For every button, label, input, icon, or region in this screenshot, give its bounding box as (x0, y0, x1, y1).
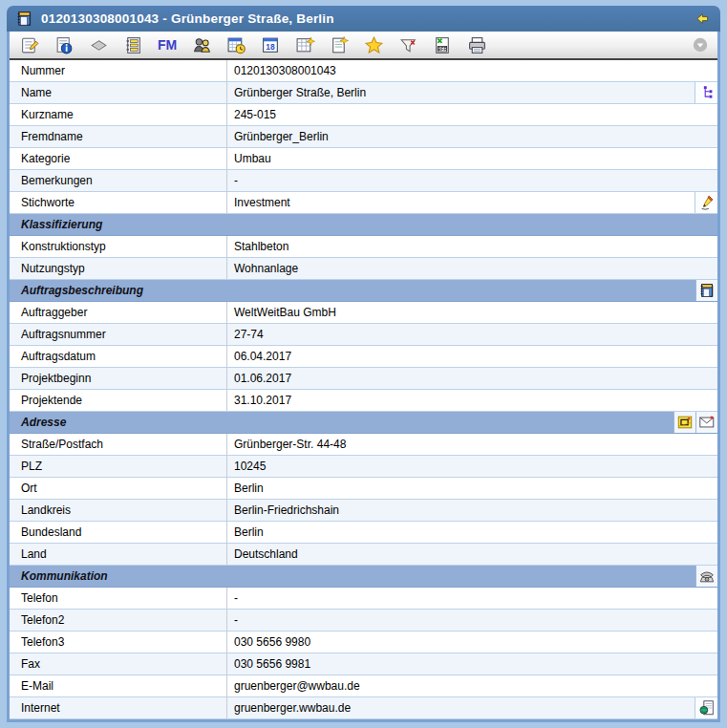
field-value[interactable]: Grünberger-Str. 44-48 (227, 434, 717, 455)
call-button[interactable] (695, 566, 717, 587)
map-icon (676, 414, 694, 431)
field-row-konstruktionstyp: KonstruktionstypStahlbeton (10, 236, 717, 258)
field-value[interactable]: 06.04.2017 (227, 346, 717, 367)
field-value[interactable]: Umbau (227, 148, 717, 169)
notebook-icon (698, 282, 716, 299)
field-label: Projektbeginn (10, 368, 227, 389)
field-value[interactable]: 030 5656 9980 (227, 632, 717, 653)
field-row-nutzungstyp: NutzungstypWohnanlage (10, 258, 717, 280)
field-row-stichworte: StichworteInvestment (10, 192, 717, 214)
tag-button[interactable] (88, 34, 109, 55)
section-header-auftragsbeschreibung: Auftragsbeschreibung (10, 280, 717, 302)
field-value[interactable]: 01.06.2017 (227, 368, 717, 389)
phone-icon (698, 567, 716, 585)
calendar-date-icon (261, 35, 281, 55)
calendar-date-button[interactable] (260, 34, 281, 55)
bfr-export-button[interactable] (432, 34, 453, 55)
field-row-telefon2: Telefon2- (10, 610, 717, 632)
document-plus-icon (330, 35, 350, 55)
people-icon (192, 35, 212, 55)
field-value[interactable]: Wohnanlage (227, 258, 717, 279)
field-label: Konstruktionstyp (10, 236, 227, 257)
edit-keywords-button[interactable] (695, 192, 717, 213)
field-value[interactable]: 0120130308001043 (227, 60, 717, 81)
field-label: Name (10, 82, 227, 103)
order-notebook-button[interactable] (695, 280, 717, 301)
field-value[interactable]: 31.10.2017 (227, 390, 717, 411)
section-title: Kommunikation (21, 569, 108, 583)
new-document-button[interactable] (329, 34, 350, 55)
field-label: Kategorie (10, 148, 227, 169)
contacts-button[interactable] (191, 34, 212, 55)
document-info-icon (54, 35, 75, 55)
field-value[interactable]: Berlin-Friedrichshain (227, 500, 717, 521)
favorites-button[interactable] (363, 34, 384, 55)
field-row-projektende: Projektende31.10.2017 (10, 390, 717, 412)
bfr-document-icon (433, 35, 453, 55)
open-website-button[interactable] (695, 697, 717, 718)
detail-form: Nummer0120130308001043 NameGrünberger St… (10, 60, 717, 719)
field-label: PLZ (10, 456, 227, 477)
field-value[interactable]: gruenberger@wwbau.de (227, 675, 717, 696)
field-value[interactable]: - (227, 588, 717, 609)
section-header-kommunikation: Kommunikation (10, 566, 717, 588)
print-button[interactable] (466, 34, 487, 55)
field-value[interactable]: Deutschland (227, 544, 717, 565)
title-bar: 0120130308001043 - Grünberger Straße, Be… (7, 6, 720, 32)
field-value[interactable]: WeltWeitBau GmbH (227, 302, 717, 323)
field-row-ort: OrtBerlin (10, 478, 717, 500)
field-label: Fax (10, 653, 227, 674)
show-map-button[interactable] (674, 412, 695, 433)
address-letter-button[interactable] (695, 412, 717, 433)
field-row-telefon: Telefon- (10, 588, 717, 610)
field-label: Auftraggeber (10, 302, 227, 323)
chevron-down-circle-icon (692, 36, 709, 54)
field-value[interactable]: Stahlbeton (227, 236, 717, 257)
field-label: Stichworte (10, 192, 227, 213)
fm-module-button[interactable]: FM (157, 34, 178, 55)
field-value[interactable]: Investment (227, 192, 695, 213)
webpage-icon (698, 699, 716, 717)
field-label: Kurzname (10, 104, 227, 125)
field-value[interactable]: 27-74 (227, 324, 717, 345)
fm-text-icon: FM (158, 37, 177, 53)
calendar-clock-button[interactable] (225, 34, 246, 55)
field-label: Fremdname (10, 126, 227, 147)
new-table-button[interactable] (294, 34, 315, 55)
field-value[interactable]: Berlin (227, 522, 717, 543)
back-button[interactable] (693, 11, 712, 28)
field-row-bemerkungen: Bemerkungen- (10, 170, 717, 192)
field-label: Internet (10, 697, 227, 718)
toolbar-overflow-button[interactable] (692, 36, 709, 54)
hierarchy-icon (698, 84, 716, 101)
field-value[interactable]: Grünberger Straße, Berlin (227, 82, 695, 103)
info-button[interactable] (53, 34, 75, 55)
field-value[interactable]: 245-015 (227, 104, 717, 125)
field-row-auftragsdatum: Auftragsdatum06.04.2017 (10, 346, 717, 368)
field-label: Straße/Postfach (10, 434, 227, 455)
toolbar: FM (10, 32, 717, 60)
pencil-icon (698, 194, 716, 211)
field-row-name: NameGrünberger Straße, Berlin (10, 82, 717, 104)
field-value[interactable]: 030 5656 9981 (227, 653, 717, 674)
filter-button[interactable] (397, 34, 418, 55)
section-title: Klassifizierung (21, 218, 102, 231)
field-row-nummer: Nummer0120130308001043 (10, 60, 717, 82)
field-label: Nutzungstyp (10, 258, 227, 279)
table-plus-icon (295, 35, 315, 55)
structure-list-button[interactable] (122, 34, 143, 55)
field-row-fremdname: FremdnameGrünberger_Berlin (10, 126, 717, 148)
field-value[interactable]: Berlin (227, 478, 717, 499)
clipboard-list-icon (123, 35, 143, 55)
field-row-fax: Fax030 5656 9981 (10, 653, 717, 675)
field-value[interactable]: - (227, 170, 717, 191)
properties-button[interactable] (19, 34, 40, 55)
field-value[interactable]: Grünberger_Berlin (227, 126, 717, 147)
field-value[interactable]: 10245 (227, 456, 717, 477)
field-value[interactable]: - (227, 610, 717, 631)
field-value[interactable]: gruenberger.wwbau.de (227, 697, 695, 718)
envelope-icon (698, 414, 716, 431)
field-row-bundesland: BundeslandBerlin (10, 522, 717, 544)
hierarchy-button[interactable] (695, 82, 717, 103)
field-label: E-Mail (10, 675, 227, 696)
